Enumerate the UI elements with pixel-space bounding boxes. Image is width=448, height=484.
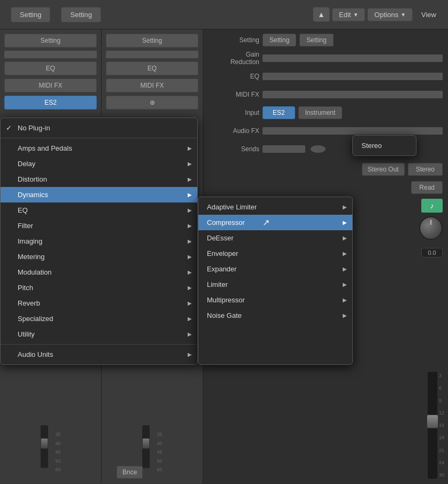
menu-item-utility[interactable]: Utility xyxy=(1,326,197,342)
pitch-label: Pitch xyxy=(18,284,33,292)
up-arrow-button[interactable]: ▲ xyxy=(313,7,330,22)
compressor-label: Compressor xyxy=(207,218,245,227)
menu-item-specialized[interactable]: Specialized xyxy=(1,311,197,326)
menu-item-dynamics[interactable]: Dynamics xyxy=(1,187,197,202)
edit-chevron-icon: ▼ xyxy=(353,12,358,18)
submenu-item-expander[interactable]: Expander xyxy=(198,261,352,277)
limiter-label: Limiter xyxy=(207,280,228,288)
edit-button[interactable]: Edit ▼ xyxy=(332,8,365,21)
ch2-link-button[interactable]: ⊕ xyxy=(106,96,198,110)
dynamics-label: Dynamics xyxy=(18,191,48,199)
menu-separator-2 xyxy=(1,344,197,345)
right-fader-scale-1: 3 6 9 12 15 18 21 24 30 xyxy=(439,372,448,479)
submenu-item-deesser[interactable]: DeEsser xyxy=(198,230,352,246)
ch2-midifx-button[interactable]: MIDI FX xyxy=(106,79,198,92)
options-chevron-icon: ▼ xyxy=(400,12,406,18)
volume-knob[interactable] xyxy=(419,216,443,240)
modulation-label: Modulation xyxy=(18,268,52,276)
ch1-setting-button[interactable]: Setting xyxy=(4,34,97,48)
toolbar-right: ▲ Edit ▼ Options ▼ View xyxy=(313,7,448,22)
delay-label: Delay xyxy=(18,160,35,168)
edit-label: Edit xyxy=(339,11,351,19)
menu-item-amps[interactable]: Amps and Pedals xyxy=(1,140,197,156)
right-faders-area: 3 6 9 12 15 18 21 24 30 3 6 9 12 15 xyxy=(422,350,448,484)
right-setting-row: Setting Setting Setting xyxy=(217,33,443,48)
mini-fader-1[interactable] xyxy=(41,425,48,468)
utility-label: Utility xyxy=(18,330,35,338)
right-fader-track-1[interactable] xyxy=(428,372,437,479)
deesser-label: DeEsser xyxy=(207,234,234,242)
right-input-label: Input xyxy=(217,109,259,116)
stereo-item[interactable]: Stereo xyxy=(353,138,416,153)
mini-fader-2[interactable] xyxy=(142,425,150,468)
filter-label: Filter xyxy=(18,222,33,230)
menu-item-audio-units[interactable]: Audio Units xyxy=(1,347,197,362)
distortion-label: Distortion xyxy=(18,175,47,183)
stereo-submenu: Stereo xyxy=(352,135,416,156)
submenu-item-compressor[interactable]: Compressor ↗ xyxy=(198,215,352,230)
scale-col-1: 35 40 45 50 60 xyxy=(50,431,61,473)
right-fader-handle-1[interactable] xyxy=(427,415,438,428)
submenu-item-adaptive-limiter[interactable]: Adaptive Limiter xyxy=(198,199,352,215)
menu-item-imaging[interactable]: Imaging xyxy=(1,233,197,249)
eq-label: EQ xyxy=(18,206,28,214)
right-gain-bar xyxy=(262,54,443,62)
options-button[interactable]: Options ▼ xyxy=(367,8,413,21)
mini-handle-1[interactable] xyxy=(41,438,48,449)
right-gain-row: Gain Reduction xyxy=(217,51,443,66)
menu-item-reverb[interactable]: Reverb xyxy=(1,295,197,311)
right-stereo-out-button[interactable]: Stereo Out xyxy=(362,163,405,176)
amps-label: Amps and Pedals xyxy=(18,144,72,152)
no-plugin-label: No Plug-in xyxy=(18,124,50,132)
menu-item-delay[interactable]: Delay xyxy=(1,156,197,171)
bounce-button[interactable]: Bnce xyxy=(117,466,143,479)
fader-col-2 xyxy=(142,425,150,479)
menu-item-filter[interactable]: Filter xyxy=(1,218,197,233)
expander-label: Expander xyxy=(207,265,237,273)
audio-units-label: Audio Units xyxy=(18,350,53,358)
imaging-label: Imaging xyxy=(18,237,42,245)
menu-item-distortion[interactable]: Distortion xyxy=(1,171,197,187)
toolbar: Setting Setting ▲ Edit ▼ Options ▼ View xyxy=(0,0,448,29)
menu-item-eq[interactable]: EQ xyxy=(1,202,197,218)
dynamics-submenu: Adaptive Limiter Compressor ↗ DeEsser En… xyxy=(198,197,353,365)
ch2-gain-bar xyxy=(106,51,198,58)
right-eq-row: EQ xyxy=(217,69,443,84)
setting-button-1[interactable]: Setting xyxy=(11,7,50,22)
right-midifx-row: MIDI FX xyxy=(217,87,443,102)
right-midifx-bar xyxy=(262,91,443,98)
menu-item-modulation[interactable]: Modulation xyxy=(1,264,197,280)
menu-item-pitch[interactable]: Pitch xyxy=(1,280,197,295)
ch2-eq-button[interactable]: EQ xyxy=(106,61,198,75)
right-setting-button-2[interactable]: Setting xyxy=(299,34,333,46)
reverb-label: Reverb xyxy=(18,299,40,307)
stereo-item-label: Stereo xyxy=(361,142,382,150)
submenu-item-limiter[interactable]: Limiter xyxy=(198,277,352,292)
primary-context-menu: No Plug-in Amps and Pedals Delay Distort… xyxy=(0,118,198,365)
metering-label: Metering xyxy=(18,253,45,261)
ch1-gain-bar xyxy=(4,51,97,58)
right-setting-button[interactable]: Setting xyxy=(262,34,296,46)
submenu-item-multipressor[interactable]: Multipressor xyxy=(198,292,352,308)
submenu-item-enveloper[interactable]: Enveloper xyxy=(198,246,352,261)
scale-col-2: 35 40 45 50 60 xyxy=(152,431,163,473)
right-read-button[interactable]: Read xyxy=(411,181,443,194)
right-stereo-button[interactable]: Stereo xyxy=(408,163,443,176)
db-value-right: 0.0 xyxy=(421,248,443,257)
submenu-item-noise-gate[interactable]: Noise Gate xyxy=(198,308,352,323)
ch2-setting-button[interactable]: Setting xyxy=(106,34,198,48)
view-button[interactable]: View xyxy=(415,9,443,21)
menu-item-no-plugin[interactable]: No Plug-in xyxy=(1,120,197,136)
mini-handle-2[interactable] xyxy=(142,438,150,449)
multipressor-label: Multipressor xyxy=(207,296,245,304)
toolbar-left: Setting Setting xyxy=(0,7,101,22)
menu-item-metering[interactable]: Metering xyxy=(1,249,197,264)
specialized-label: Specialized xyxy=(18,315,53,323)
ch1-midifx-button[interactable]: MIDI FX xyxy=(4,79,97,92)
cursor-icon: ↗ xyxy=(262,217,269,228)
menu-container: No Plug-in Amps and Pedals Delay Distort… xyxy=(0,118,353,365)
ch1-eq-button[interactable]: EQ xyxy=(4,61,97,75)
right-eq-bar xyxy=(262,73,443,80)
ch1-instrument-button[interactable]: ES2 xyxy=(4,96,97,110)
setting-button-2[interactable]: Setting xyxy=(61,7,101,22)
